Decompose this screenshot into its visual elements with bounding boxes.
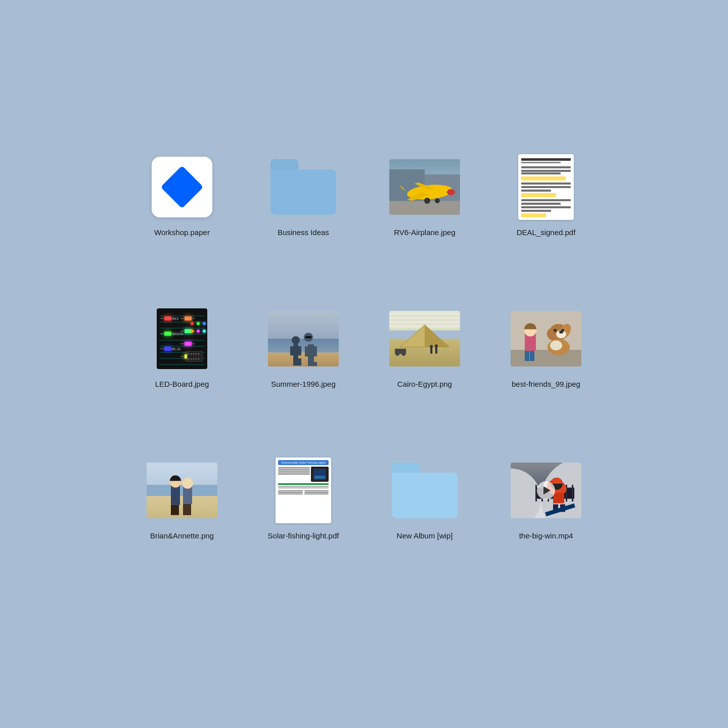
file-item-new-album[interactable]: New Album [wip] [384, 455, 465, 576]
paper-app-icon [152, 157, 212, 217]
icon-grid: Workshop.paper Business Ideas RV6-Airpla… [142, 152, 586, 576]
file-item-airplane[interactable]: RV6-Airplane.jpeg [384, 152, 465, 273]
folder-body [270, 169, 336, 215]
icon-wrapper-summer [268, 303, 339, 374]
file-item-workshop-paper[interactable]: Workshop.paper [142, 152, 222, 273]
folder-icon-album [392, 463, 458, 518]
icon-wrapper-album [389, 455, 460, 526]
file-item-cairo[interactable]: Cairo-Egypt.png [384, 303, 465, 425]
folder-icon-business [270, 159, 336, 215]
beach-canvas [147, 463, 217, 518]
file-item-deal[interactable]: DEAL_signed.pdf [506, 152, 586, 273]
file-label-led: LED-Board.jpeg [155, 379, 209, 389]
video-thumb-container [511, 463, 581, 518]
folder-tab [270, 159, 298, 170]
summer-canvas [268, 311, 339, 367]
file-label-business: Business Ideas [278, 228, 329, 238]
file-label-airplane: RV6-Airplane.jpeg [394, 228, 455, 238]
icon-wrapper-airplane [389, 152, 460, 222]
cairo-canvas [389, 311, 460, 367]
icon-wrapper-cairo [389, 303, 460, 374]
file-label-beach: Brian&Annette.png [150, 531, 214, 541]
folder-tab-album [392, 463, 420, 474]
desktop: Workshop.paper Business Ideas RV6-Airpla… [0, 0, 728, 728]
file-item-beach[interactable]: Brian&Annette.png [142, 455, 222, 576]
pdf-icon-deal [518, 154, 574, 220]
file-label-deal: DEAL_signed.pdf [517, 228, 576, 238]
icon-wrapper-solar: Submersible Solar Fishing Lights [268, 455, 339, 526]
play-button-overlay [537, 481, 555, 499]
file-label-solar: Solar-fishing-light.pdf [268, 531, 339, 541]
file-item-summer[interactable]: Summer-1996.jpeg [263, 303, 344, 425]
icon-wrapper-deal [511, 152, 581, 222]
file-item-solar[interactable]: Submersible Solar Fishing Lights [263, 455, 344, 576]
icon-wrapper-business [268, 152, 339, 222]
file-label-video: the-big-win.mp4 [519, 531, 573, 541]
file-label-friends: best-friends_99.jpeg [512, 379, 580, 389]
dropbox-diamond-icon [161, 166, 204, 209]
pdf-icon-solar: Submersible Solar Fishing Lights [276, 458, 331, 523]
file-item-led[interactable]: LED-Board.jpeg [142, 303, 222, 425]
friends-canvas [511, 311, 581, 367]
file-item-business-ideas[interactable]: Business Ideas [263, 152, 344, 273]
file-label-workshop: Workshop.paper [154, 228, 210, 238]
file-label-cairo: Cairo-Egypt.png [397, 379, 452, 389]
icon-wrapper-workshop [147, 152, 217, 222]
file-item-video[interactable]: the-big-win.mp4 [506, 455, 586, 576]
icon-wrapper-video [511, 455, 581, 526]
airplane-canvas [389, 159, 460, 215]
icon-wrapper-friends [511, 303, 581, 374]
play-triangle-icon [543, 486, 551, 494]
icon-wrapper-led [147, 303, 217, 374]
file-item-friends[interactable]: best-friends_99.jpeg [506, 303, 586, 425]
folder-body-album [392, 473, 458, 518]
icon-wrapper-beach [147, 455, 217, 526]
led-canvas [157, 308, 207, 369]
file-label-album: New Album [wip] [397, 531, 453, 541]
file-label-summer: Summer-1996.jpeg [271, 379, 336, 389]
